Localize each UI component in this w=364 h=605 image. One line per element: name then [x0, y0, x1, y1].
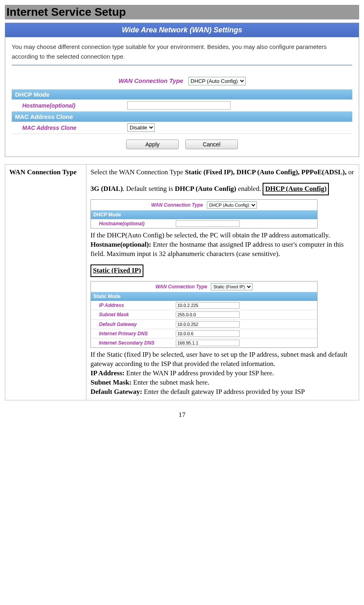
mac-clone-header: MAC Address Clone: [12, 112, 352, 122]
mini-static-wan-select[interactable]: Static (Fixed IP): [211, 283, 252, 290]
cancel-button[interactable]: Cancel: [185, 140, 238, 149]
mini-static-header: Static Mode: [91, 292, 317, 301]
page-number: 17: [5, 411, 359, 419]
divider: [12, 65, 352, 66]
mini-static-subnet-input[interactable]: [176, 311, 240, 318]
dhcp-description: If the DHCP(Auto Config) be selected, th…: [90, 231, 355, 240]
page-title: Internet Service Setup: [5, 5, 359, 19]
panel-intro: You may choose different connection type…: [12, 42, 352, 61]
mac-clone-label: MAC Address Clone: [15, 125, 127, 131]
hostname-label: Hostname(optional): [15, 102, 127, 109]
desc-label: WAN Connection Type: [5, 165, 86, 400]
wan-connection-type-select[interactable]: DHCP (Auto Config): [188, 77, 246, 85]
static-subheading: Static (Fixed IP): [90, 264, 143, 277]
mini-dhcp-header: DHCP Mode: [91, 210, 317, 219]
mini-static-wan-label: WAN Connection Type: [156, 284, 207, 290]
wan-connection-type-label: WAN Connection Type: [118, 77, 183, 84]
mini-static-dns2-input[interactable]: [176, 340, 240, 346]
mini-static-dns2-label: Internet Secondary DNS: [93, 340, 176, 346]
mini-static-ip-input[interactable]: [176, 302, 240, 309]
mini-dhcp-hostname-label: Hostname(optional): [93, 220, 176, 227]
mini-dhcp-wan-label: WAN Connection Type: [151, 202, 203, 208]
dhcp-subheading: DHCP (Auto Config): [263, 183, 329, 195]
mini-static-gateway-input[interactable]: [176, 321, 240, 328]
mini-static-ip-label: IP Address: [93, 302, 176, 309]
mini-dhcp-panel: WAN Connection Type DHCP (Auto Config) D…: [90, 199, 318, 228]
apply-button[interactable]: Apply: [126, 140, 179, 149]
mini-static-panel: WAN Connection Type Static (Fixed IP) St…: [90, 281, 318, 348]
mini-dhcp-wan-select[interactable]: DHCP (Auto Config): [207, 201, 257, 209]
mini-static-subnet-label: Subnet Mask: [93, 311, 176, 318]
mini-dhcp-hostname-input[interactable]: [176, 220, 240, 227]
desc-body: Select the WAN Connection Type Static (F…: [86, 165, 359, 400]
hostname-input[interactable]: [127, 101, 231, 110]
mac-clone-select[interactable]: Disable: [127, 123, 155, 132]
panel-header: Wide Area Network (WAN) Settings: [5, 23, 359, 37]
title-bar: Internet Service Setup: [5, 5, 359, 19]
wan-settings-panel: Wide Area Network (WAN) Settings You may…: [5, 23, 359, 157]
static-description: If the Static (fixed IP) be selected, us…: [90, 350, 355, 369]
mini-static-dns1-input[interactable]: [176, 330, 240, 337]
mini-static-gateway-label: Default Gateway: [93, 321, 176, 328]
mini-static-dns1-label: Internet Primary DNS: [93, 330, 176, 337]
description-table: WAN Connection Type Select the WAN Conne…: [5, 164, 359, 400]
dhcp-mode-header: DHCP Mode: [12, 89, 352, 99]
